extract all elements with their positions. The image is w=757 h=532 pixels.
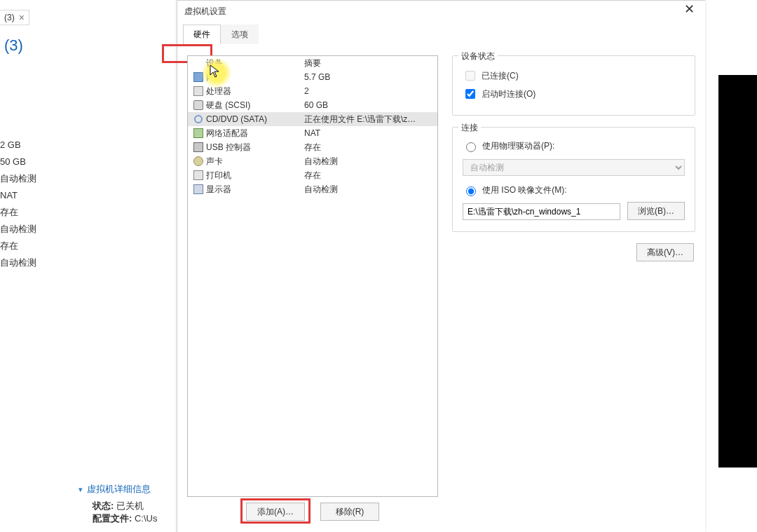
device-summary: 存在 <box>304 170 437 182</box>
vm-details-header[interactable]: 虚拟机详细信息 <box>79 483 157 496</box>
hardware-row[interactable]: 打印机存在 <box>188 168 437 182</box>
group-title-connection: 连接 <box>458 122 481 134</box>
device-name: 处理器 <box>206 86 304 97</box>
device-name: CD/DVD (SATA) <box>206 114 304 124</box>
host-tab[interactable]: (3) × <box>0 10 29 25</box>
config-value: C:\Us <box>135 513 158 524</box>
device-name: 打印机 <box>206 170 304 182</box>
hardware-row[interactable]: CD/DVD (SATA)正在使用文件 E:\迅雷下载\z… <box>188 112 437 126</box>
device-summary: 存在 <box>304 142 437 154</box>
iso-radio[interactable] <box>466 186 476 196</box>
dialog-title: 虚拟机设置 <box>184 6 226 18</box>
host-summary-item: NAT <box>0 187 42 204</box>
hardware-row[interactable]: 处理器2 <box>188 84 437 98</box>
dialog-titlebar: 虚拟机设置 ✕ <box>177 1 705 22</box>
device-summary: 自动检测 <box>304 156 437 168</box>
iso-path-input[interactable] <box>463 203 620 220</box>
hardware-list-header: 设备 摘要 <box>188 56 437 70</box>
connected-checkbox <box>465 71 475 81</box>
hardware-row[interactable]: 内存5.7 GB <box>188 70 437 84</box>
hardware-row[interactable]: 硬盘 (SCSI)60 GB <box>188 98 437 112</box>
config-label: 配置文件: <box>93 513 132 524</box>
physical-radio[interactable] <box>466 142 476 152</box>
host-summary-item: 2 GB <box>0 137 42 154</box>
device-icon <box>193 72 203 82</box>
hardware-row[interactable]: 声卡自动检测 <box>188 154 437 168</box>
hardware-row[interactable]: 网络适配器NAT <box>188 126 437 140</box>
device-summary: NAT <box>304 128 437 138</box>
hardware-row[interactable]: USB 控制器存在 <box>188 140 437 154</box>
status-value: 已关机 <box>116 500 144 511</box>
status-label: 状态: <box>93 500 114 511</box>
host-summary-item: 50 GB <box>0 154 42 170</box>
host-summary-item: 自动检测 <box>0 254 42 271</box>
remove-button[interactable]: 移除(R) <box>320 503 379 521</box>
device-name: 硬盘 (SCSI) <box>206 100 304 111</box>
device-name: USB 控制器 <box>206 142 304 154</box>
poweron-checkbox[interactable] <box>465 89 475 99</box>
group-title-status: 设备状态 <box>458 50 498 62</box>
host-summary-list: 2 GB50 GB自动检测NAT存在自动检测存在自动检测 <box>0 137 42 271</box>
device-summary: 60 GB <box>304 100 437 110</box>
close-icon[interactable]: ✕ <box>680 2 698 18</box>
physical-drive-select: 自动检测 <box>463 159 685 176</box>
host-summary-item: 自动检测 <box>0 170 42 187</box>
hardware-row[interactable]: 显示器自动检测 <box>188 182 437 196</box>
dialog-tabs: 硬件 选项 <box>177 22 705 44</box>
radio-use-physical[interactable]: 使用物理驱动器(P): <box>463 140 685 152</box>
device-settings-pane: 设备状态 已连接(C) 启动时连接(O) 连接 使用物理驱动器(P): 自动检测 <box>438 55 695 532</box>
device-icon <box>193 86 203 96</box>
device-summary: 正在使用文件 E:\迅雷下载\z… <box>304 114 437 125</box>
tab-options[interactable]: 选项 <box>221 25 259 44</box>
host-vm-title: (3) <box>4 36 23 55</box>
host-summary-item: 自动检测 <box>0 221 42 238</box>
hardware-list-panel[interactable]: 设备 摘要 内存5.7 GB处理器2硬盘 (SCSI)60 GBCD/DVD (… <box>187 55 438 497</box>
host-tab-label: (3) <box>4 13 15 22</box>
group-connection: 连接 使用物理驱动器(P): 自动检测 使用 ISO 映像文件(M): 浏览(B… <box>452 127 695 232</box>
device-name: 显示器 <box>206 184 304 196</box>
device-icon <box>193 100 203 110</box>
hardware-action-buttons: 添加(A)… 移除(R) <box>187 503 438 521</box>
device-name: 网络适配器 <box>206 128 304 139</box>
vm-details: 虚拟机详细信息 状态: 已关机 配置文件: C:\Us <box>79 483 157 525</box>
group-device-status: 设备状态 已连接(C) 启动时连接(O) <box>452 55 695 116</box>
vm-settings-dialog: 虚拟机设置 ✕ 硬件 选项 设备 摘要 内存5.7 GB处理器2硬盘 (SCSI… <box>177 0 705 532</box>
dialog-body: 设备 摘要 内存5.7 GB处理器2硬盘 (SCSI)60 GBCD/DVD (… <box>177 44 705 532</box>
checkbox-connected[interactable]: 已连接(C) <box>463 69 685 83</box>
add-button[interactable]: 添加(A)… <box>246 503 305 521</box>
device-icon <box>194 115 203 123</box>
device-summary: 2 <box>304 86 437 96</box>
host-preview-area <box>718 75 757 468</box>
device-icon <box>193 142 203 152</box>
device-summary: 5.7 GB <box>304 72 437 82</box>
tab-hardware[interactable]: 硬件 <box>183 25 221 44</box>
device-icon <box>193 184 203 194</box>
device-summary: 自动检测 <box>304 184 437 196</box>
advanced-button[interactable]: 高级(V)… <box>636 243 694 261</box>
browse-button[interactable]: 浏览(B)… <box>627 202 685 220</box>
col-device: 设备 <box>206 57 304 69</box>
device-name: 声卡 <box>206 156 304 168</box>
radio-use-iso[interactable]: 使用 ISO 映像文件(M): <box>463 184 685 196</box>
close-tab-icon[interactable]: × <box>19 12 25 23</box>
device-icon <box>193 128 203 138</box>
host-summary-item: 存在 <box>0 204 42 221</box>
col-summary: 摘要 <box>304 57 437 69</box>
device-icon <box>193 170 203 180</box>
device-icon <box>193 156 203 166</box>
host-summary-item: 存在 <box>0 238 42 254</box>
device-name: 内存 <box>206 71 304 83</box>
checkbox-connect-at-poweron[interactable]: 启动时连接(O) <box>463 87 685 101</box>
